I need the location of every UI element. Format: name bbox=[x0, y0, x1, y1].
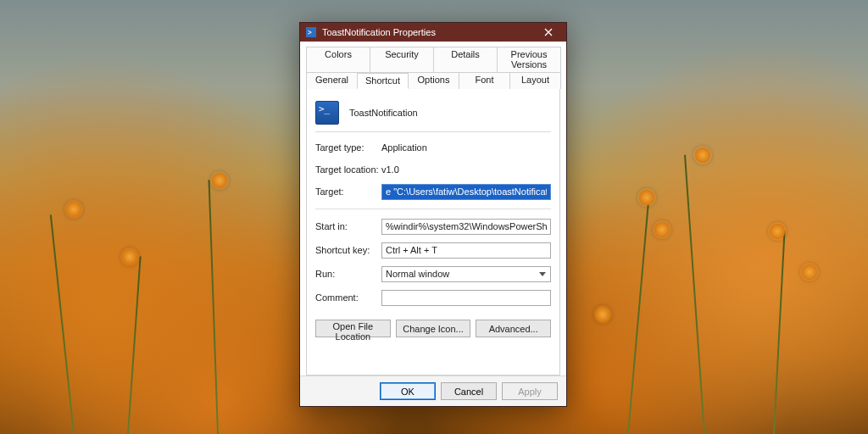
tab-security[interactable]: Security bbox=[370, 47, 434, 73]
target-input[interactable] bbox=[381, 184, 551, 200]
target-label: Target: bbox=[315, 186, 381, 197]
powershell-icon: > bbox=[305, 26, 317, 38]
desktop-background: > ToastNotification Properties Colors Se… bbox=[0, 0, 868, 434]
shortcut-key-input[interactable] bbox=[381, 242, 551, 259]
cancel-button[interactable]: Cancel bbox=[441, 382, 497, 400]
close-button[interactable] bbox=[534, 24, 563, 41]
svg-text:>: > bbox=[308, 29, 312, 36]
properties-dialog: > ToastNotification Properties Colors Se… bbox=[299, 22, 567, 407]
titlebar[interactable]: > ToastNotification Properties bbox=[300, 23, 566, 42]
tab-options[interactable]: Options bbox=[408, 73, 459, 89]
start-in-input[interactable] bbox=[381, 219, 551, 235]
tab-previous-versions[interactable]: Previous Versions bbox=[497, 47, 561, 73]
change-icon-button[interactable]: Change Icon... bbox=[396, 320, 471, 337]
tab-shortcut[interactable]: Shortcut bbox=[357, 73, 409, 89]
ok-button[interactable]: OK bbox=[380, 382, 436, 400]
open-file-location-button[interactable]: Open File Location bbox=[315, 320, 391, 337]
target-location-label: Target location: bbox=[315, 164, 381, 175]
target-type-label: Target type: bbox=[315, 142, 381, 153]
shortcut-key-label: Shortcut key: bbox=[315, 245, 381, 255]
client-area: Colors Security Details Previous Version… bbox=[300, 42, 566, 376]
tab-colors[interactable]: Colors bbox=[306, 47, 370, 73]
tab-details[interactable]: Details bbox=[433, 47, 498, 73]
close-icon bbox=[544, 28, 553, 36]
shortcut-sheet: ToastNotification Target type: Applicati… bbox=[306, 89, 560, 376]
tab-general[interactable]: General bbox=[306, 73, 358, 89]
apply-button[interactable]: Apply bbox=[502, 382, 558, 400]
comment-input[interactable] bbox=[381, 290, 551, 306]
dialog-footer: OK Cancel Apply bbox=[300, 376, 566, 406]
shortcut-name-label: ToastNotification bbox=[349, 108, 418, 118]
tab-strip: Colors Security Details Previous Version… bbox=[306, 47, 560, 89]
tab-layout[interactable]: Layout bbox=[509, 73, 561, 89]
run-select[interactable]: Normal window bbox=[381, 266, 551, 282]
tab-font[interactable]: Font bbox=[459, 73, 510, 89]
start-in-label: Start in: bbox=[315, 221, 381, 231]
run-label: Run: bbox=[315, 269, 381, 279]
advanced-button[interactable]: Advanced... bbox=[476, 320, 551, 337]
comment-label: Comment: bbox=[315, 292, 381, 303]
powershell-large-icon bbox=[315, 101, 339, 125]
target-location-value: v1.0 bbox=[381, 164, 551, 175]
window-title: ToastNotification Properties bbox=[322, 27, 534, 37]
target-type-value: Application bbox=[381, 142, 551, 153]
